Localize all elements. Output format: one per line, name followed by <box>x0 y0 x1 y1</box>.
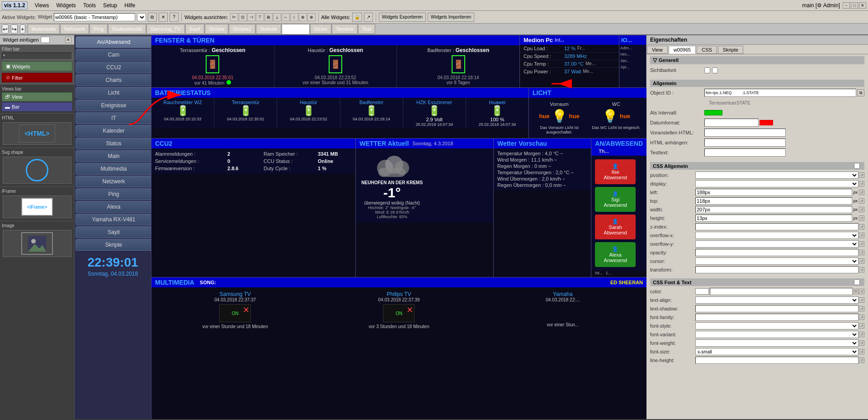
css-top-reset[interactable]: ↺ <box>859 198 864 204</box>
font-color-input[interactable]: #ffffff <box>710 288 853 295</box>
nav-licht[interactable]: Licht <box>75 87 151 99</box>
css-display-select[interactable] <box>695 180 859 187</box>
font-line-height-input[interactable] <box>695 357 859 364</box>
nav-ereignisse[interactable]: Ereignisse <box>75 100 151 111</box>
import-btn[interactable]: Widgets Importieren <box>428 13 474 22</box>
align-extra2-btn[interactable]: ⊗ <box>307 13 316 21</box>
align-right-btn[interactable]: ⊣ <box>247 13 255 21</box>
tab-test[interactable]: Test <box>358 24 375 34</box>
nav-sayit[interactable]: Sayit <box>75 226 151 238</box>
export-btn[interactable]: Widgets Exportieren <box>379 13 426 22</box>
close-panel-btn[interactable]: ✕ <box>65 37 71 43</box>
css-allgemein-checkbox[interactable] <box>854 163 860 169</box>
presence-sarah[interactable]: 👤 Sarah Abwesend <box>595 215 636 239</box>
css-top-input[interactable] <box>695 197 852 205</box>
css-transform-input[interactable] <box>695 266 859 273</box>
nav-an-abwesend[interactable]: An/Abwesend <box>75 36 151 48</box>
sichtbarkeit-checkbox[interactable] <box>704 67 710 73</box>
font-style-reset[interactable]: ↺ <box>859 323 864 329</box>
redo-btn[interactable]: ↪ <box>11 24 18 33</box>
nav-ccu2[interactable]: CCU2 <box>75 62 151 73</box>
generell-title[interactable]: ▽ Generell <box>650 56 864 64</box>
font-color-reset[interactable]: ↺ <box>859 289 864 294</box>
font-text-shadow-input[interactable] <box>695 305 859 312</box>
font-style-select[interactable] <box>695 322 859 329</box>
iframe-thumb[interactable]: <iFrame> <box>3 196 71 218</box>
font-text-align-reset[interactable]: ↺ <box>859 297 864 303</box>
tab-multimedia[interactable]: Multimedia <box>28 24 60 34</box>
external-btn[interactable]: ↗ <box>364 13 373 22</box>
datumformat-input[interactable]: DD.MM.YYYY hh:mm:ss <box>704 119 759 127</box>
svg-thumb[interactable] <box>3 157 71 184</box>
font-variant-reset[interactable]: ↺ <box>859 332 864 337</box>
tab-strom[interactable]: Strom <box>310 24 331 34</box>
nav-cam[interactable]: Cam <box>75 49 151 61</box>
allgemein-title[interactable]: Allgemein <box>650 80 864 87</box>
menu-views[interactable]: Views <box>31 1 53 10</box>
css-height-input[interactable] <box>695 215 852 222</box>
css-overflow-y-reset[interactable]: ↺ <box>859 241 864 247</box>
tab-statistik[interactable]: Statistik <box>256 24 282 34</box>
css-allgemein-title[interactable]: CSS Allgemein <box>650 162 864 170</box>
menu-tools[interactable]: Tools <box>80 1 99 10</box>
font-weight-reset[interactable]: ↺ <box>859 340 864 346</box>
tab-samsung-tv[interactable]: Samsung_TV <box>146 24 185 34</box>
css-width-reset[interactable]: ↺ <box>859 207 864 212</box>
menu-hilfe[interactable]: Hilfe <box>121 1 139 10</box>
tab-sayit[interactable]: Sayit <box>185 24 204 34</box>
font-text-shadow-reset[interactable]: ↺ <box>859 306 864 311</box>
css-zindex-reset[interactable]: ↺ <box>859 224 864 229</box>
css-left-reset[interactable]: ↺ <box>859 190 864 195</box>
menu-setup[interactable]: Setup <box>99 1 121 10</box>
font-family-input[interactable] <box>695 314 859 321</box>
prop-tab-w00965[interactable]: w00965 <box>669 46 696 54</box>
sichtbarkeit-checkbox2[interactable] <box>712 67 718 73</box>
font-text-align-select[interactable] <box>695 296 859 304</box>
tab-netzwerk[interactable]: Netzwerk <box>60 24 89 34</box>
object-id-input[interactable] <box>704 89 856 97</box>
presence-alexa[interactable]: 👤 Alexa Anwesend <box>595 242 636 267</box>
css-font-title[interactable]: CSS Font & Text <box>650 278 864 286</box>
minimize-button[interactable]: − <box>843 2 850 9</box>
nav-yamaha[interactable]: Yamaha RX-V481 <box>75 214 151 225</box>
prop-tab-view[interactable]: View <box>647 46 668 54</box>
menu-widgets[interactable]: Widgets <box>53 1 80 10</box>
css-opacity-input[interactable] <box>695 249 859 256</box>
font-family-reset[interactable]: ↺ <box>859 315 864 320</box>
voranstellen-input[interactable] <box>704 129 786 137</box>
css-font-checkbox[interactable] <box>854 279 860 285</box>
close-window-button[interactable]: ✕ <box>859 2 866 9</box>
bar-button[interactable]: ▬ Bar <box>2 102 72 111</box>
css-width-input[interactable] <box>695 206 852 213</box>
css-transform-reset[interactable]: ↺ <box>859 267 864 272</box>
presence-ilse[interactable]: 👤 Ilse Abwesend <box>595 159 636 184</box>
font-weight-select[interactable] <box>695 339 859 347</box>
widget-select[interactable] <box>137 13 146 21</box>
css-display-reset[interactable]: ↺ <box>859 181 864 186</box>
tab-termine[interactable]: Termine <box>332 24 358 34</box>
prop-tab-skripte[interactable]: Skripte <box>718 46 743 54</box>
css-overflow-x-reset[interactable]: ↺ <box>859 233 864 238</box>
info-widget-btn[interactable]: ? <box>170 13 179 22</box>
align-left-btn[interactable]: ⊢ <box>230 13 238 21</box>
presence-sigi[interactable]: 👤 Sigi Anwesend <box>595 187 636 212</box>
object-id-copy-btn[interactable]: ⧉ <box>857 89 864 96</box>
css-cursor-reset[interactable]: ↺ <box>859 258 864 264</box>
tab-skripte[interactable]: Skripte <box>205 24 228 34</box>
css-height-reset[interactable]: ↺ <box>859 215 864 221</box>
tab-status1[interactable]: Status_1 <box>282 24 309 34</box>
align-top-btn[interactable]: ⊤ <box>256 13 264 21</box>
widget-id-input[interactable]: w00965 (basic - Timestamp) <box>54 13 135 21</box>
css-overflow-x-select[interactable] <box>695 232 859 239</box>
css-opacity-reset[interactable]: ↺ <box>859 250 864 255</box>
widget-search-input[interactable] <box>41 37 50 43</box>
lock-btn[interactable]: 🔒 <box>352 13 362 22</box>
nav-multimedia[interactable]: Multimedia <box>75 163 151 175</box>
css-overflow-y-select[interactable] <box>695 240 859 248</box>
copy-widget-btn[interactable]: ⧉ <box>148 13 157 22</box>
widgets-button[interactable]: ▣ Widgets <box>2 62 72 71</box>
html-anhaengen-input[interactable] <box>704 138 786 147</box>
font-color-copy[interactable]: ⧉ <box>853 289 859 294</box>
align-bottom-btn[interactable]: ⊥ <box>273 13 281 21</box>
nav-kalender[interactable]: Kalender <box>75 125 151 137</box>
